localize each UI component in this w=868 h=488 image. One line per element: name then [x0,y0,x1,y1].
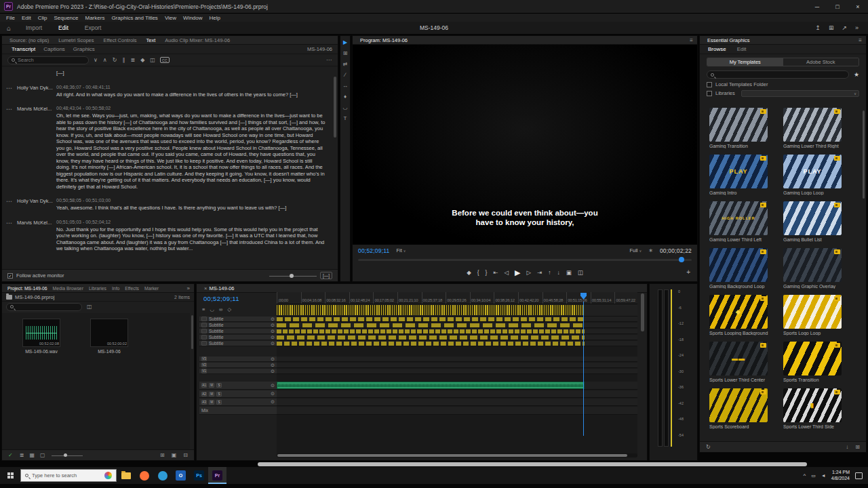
menu-help[interactable]: Help [206,15,224,21]
entry-body[interactable]: 00;51;05;03 - 00;52;04;12No. Just thank … [56,220,332,252]
template-item[interactable]: PLAYGaming Logo Loop [783,155,851,195]
sync-icon[interactable]: ↻ [705,444,711,450]
taskbar-app-outlook[interactable]: O [172,467,190,484]
mute-button[interactable]: M [209,400,214,405]
taskbar-app-photoshop[interactable]: Ps [190,467,208,484]
audio-track-header[interactable]: A2MS⊙ [199,390,277,398]
caption-track-header[interactable]: Subtitle⊙ [199,323,277,328]
local-templates-checkbox[interactable] [707,82,712,87]
chevron-up-icon[interactable]: ∧ [102,57,108,63]
record-icon[interactable]: ⊙ [271,399,275,405]
selection-tool[interactable]: ▶ [343,39,347,45]
template-item[interactable]: Sports Transition [783,342,851,382]
project-tab-marker[interactable]: Marker [142,286,161,291]
caption-track-header[interactable]: Subtitle⊙ [199,335,277,340]
track-visibility-icon[interactable]: ⊙ [271,363,275,368]
go-to-out-button[interactable]: ⇥ [537,269,542,276]
template-item[interactable]: Gaming Graphic Overlay [783,248,851,289]
caption-segment-button[interactable]: [—] [320,272,332,279]
template-item[interactable]: ▬▬Sports Lower Third Center [709,342,777,382]
project-scrollbar[interactable] [191,315,193,349]
ripple-edit-tool[interactable]: ⇄ [343,61,348,67]
project-item[interactable]: 00;52;02;08MS-149-06.wav [20,319,63,354]
entry-menu-icon[interactable]: ••• [2,106,17,190]
track-target-button[interactable]: V1 [201,369,207,373]
track-visibility-icon[interactable]: ⊙ [271,317,275,322]
template-item[interactable]: PLAYGaming Intro [709,155,777,195]
track-select-tool[interactable]: ⊞ [343,50,348,56]
template-item[interactable]: Gaming Bullet List [783,201,851,242]
pause-icon[interactable]: ∥ [121,57,125,63]
video-track-header[interactable]: V1⊙ [199,369,277,374]
eg-tab-edit[interactable]: Edit [737,46,747,52]
entry-menu-icon[interactable]: ••• [2,85,17,98]
icon-view-icon[interactable]: ▦ [28,452,35,458]
project-tab-libraries[interactable]: Libraries [86,286,109,291]
scrubber-playhead[interactable] [679,257,684,262]
lift-button[interactable]: ↑ [548,269,551,276]
type-tool[interactable]: T [344,115,347,121]
playback-resolution-select[interactable]: Full∨ [629,247,642,253]
menu-clip[interactable]: Clip [35,15,51,21]
minimize-button[interactable]: ─ [807,0,827,13]
home-icon[interactable]: ⌂ [0,24,18,32]
volume-icon[interactable]: ◄ [821,473,826,478]
timeline-vertical-scrollbar[interactable] [641,293,644,331]
comparison-view-button[interactable]: ◫ [578,269,583,276]
track-lock-icon[interactable] [201,317,207,321]
program-timecode[interactable]: 00;52;09;11 [358,247,389,254]
track-lock-icon[interactable] [201,341,207,346]
menu-view[interactable]: View [161,15,180,21]
add-marker-button[interactable]: ◆ [467,269,471,276]
caption-track-header[interactable]: Subtitle⊙ [199,317,277,322]
freeform-view-icon[interactable]: ▢ [39,452,46,458]
monitor-settings-icon[interactable]: ∗ [648,247,653,253]
taskbar-app-firefox[interactable] [135,467,153,484]
speaker-name[interactable]: Holly Van Dyk... [17,85,56,98]
step-forward-button[interactable]: ▷ [527,269,532,276]
speaker-name[interactable]: Marvis McKel... [17,220,56,252]
panel-tab-audio-clip-mixer-ms-149-06[interactable]: Audio Clip Mixer: MS-149-06 [160,37,235,43]
taskbar-clock[interactable]: 1:24 PM 4/8/2024 [831,470,850,481]
pen-tool[interactable]: ♦ [344,94,347,100]
panel-tab-lumetri-scopes[interactable]: Lumetri Scopes [54,37,98,43]
track-target-button[interactable]: V2 [201,363,207,367]
speaker-badge-icon[interactable]: ◫ [149,57,156,63]
install-motion-graphics-icon[interactable]: ↓ [845,444,849,450]
close-button[interactable]: × [848,0,868,13]
maximize-button[interactable]: □ [827,0,848,13]
template-item[interactable]: Sports Logo Loop [783,295,851,336]
track-visibility-icon[interactable]: ⊙ [271,329,275,334]
taskbar-app-edge[interactable] [153,467,172,484]
track-target-button[interactable]: A3 [201,400,207,405]
speaker-name[interactable]: Holly Van Dyk... [17,198,56,211]
follow-active-monitor-checkbox[interactable]: ✓ [7,273,13,279]
new-item-icon[interactable]: ▣ [171,452,178,458]
panel-tab-effect-controls[interactable]: Effect Controls [98,37,141,43]
caption-track-header[interactable]: Subtitle⊙ [199,329,277,334]
edit-icon[interactable]: ◆ [140,57,145,63]
track-visibility-icon[interactable]: ⊙ [271,335,275,340]
transcript-scrollbar[interactable] [334,77,336,138]
list-view-icon[interactable]: ≣ [19,452,25,458]
delete-icon[interactable]: ⊟ [182,452,189,458]
workspace-tab-edit[interactable]: Edit [50,22,77,34]
play-button[interactable]: ▶ [515,268,520,277]
project-tab-project-ms-149-06[interactable]: Project: MS-149-06 [5,286,50,291]
eg-tab-browse[interactable]: Browse [708,46,726,52]
playhead-line[interactable] [583,302,584,436]
eg-scrollbar[interactable] [863,110,865,199]
overflow-icon[interactable]: » [855,24,859,31]
track-lock-icon[interactable] [201,323,207,327]
audio-track-header[interactable]: A3MS⊙ [199,399,277,406]
entry-body[interactable]: [—] [56,70,332,77]
tab-overflow-icon[interactable]: » [183,285,194,291]
menu-sequence[interactable]: Sequence [50,15,81,21]
mark-out-button[interactable]: } [486,269,488,276]
template-item[interactable]: Gaming Background Loop [709,248,777,289]
timeline-horizontal-scrollbar[interactable] [277,453,637,458]
mix-track-header[interactable]: Mix [199,407,277,415]
essential-graphics-tab[interactable]: Essential Graphics [703,37,755,43]
video-track-header[interactable]: V3⊙ [199,357,277,362]
template-item[interactable]: Sports Scoreboard [709,388,777,429]
